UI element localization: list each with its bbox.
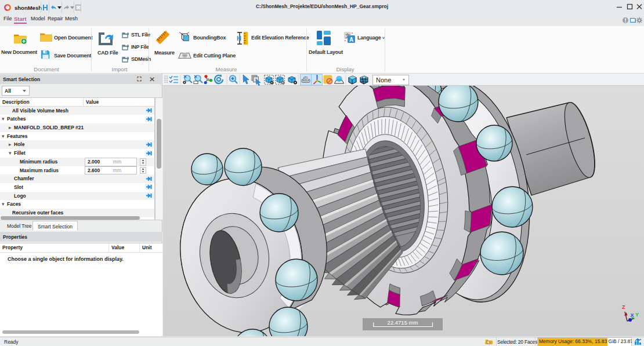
svg-text:None: None [376, 77, 391, 83]
svg-text:Z: Z [622, 304, 625, 310]
svg-text:X: X [631, 312, 634, 318]
svg-text:A: A [349, 37, 353, 43]
svg-text:H: H [237, 35, 241, 42]
svg-text:22.4715 mm: 22.4715 mm [388, 319, 418, 326]
svg-text:Y: Y [635, 312, 639, 318]
svg-text:123: 123 [304, 77, 309, 80]
